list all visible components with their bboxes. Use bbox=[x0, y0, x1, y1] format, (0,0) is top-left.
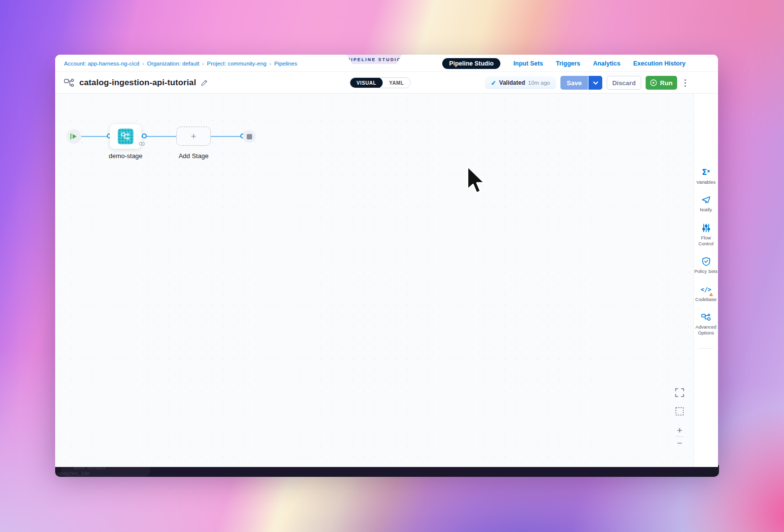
add-stage-label: Add Stage bbox=[159, 152, 228, 160]
zoom-out-button[interactable]: − bbox=[674, 437, 686, 449]
breadcrumb-separator: › bbox=[202, 61, 204, 66]
sidebar-item-label: Codebase bbox=[695, 297, 717, 302]
breadcrumb-separator: › bbox=[142, 61, 144, 66]
right-sidebar: Σˣ Variables Notify Flow Control bbox=[693, 94, 718, 467]
zoom-in-button[interactable]: + bbox=[674, 424, 686, 436]
sidebar-item-notify[interactable]: Notify bbox=[694, 195, 719, 213]
sidebar-item-label: Policy Sets bbox=[694, 268, 718, 274]
sigma-x-icon: Σˣ bbox=[702, 167, 710, 177]
sidebar-item-label: Variables bbox=[696, 179, 716, 185]
codebase-flame-badge bbox=[709, 293, 713, 296]
sidebar-item-label: Advanced Options bbox=[694, 324, 719, 336]
pipeline-end-node[interactable] bbox=[243, 130, 256, 143]
breadcrumb-account-link[interactable]: Account: app-harness-ng-cicd bbox=[64, 61, 139, 66]
stage-out-port[interactable] bbox=[142, 133, 147, 138]
plus-icon: + bbox=[191, 132, 196, 141]
pipeline-icon bbox=[64, 78, 75, 87]
shield-check-icon bbox=[702, 257, 710, 266]
page-title: catalog-ingestion-api-tutorial bbox=[79, 78, 196, 88]
breadcrumb-organization-link[interactable]: Organization: default bbox=[147, 61, 199, 66]
save-button[interactable]: Save bbox=[560, 76, 588, 90]
custom-stage-icon bbox=[118, 129, 133, 144]
pipeline-start-node[interactable] bbox=[66, 129, 81, 144]
more-options-menu[interactable] bbox=[682, 76, 688, 90]
stop-square-icon bbox=[247, 134, 252, 139]
pipeline-connector-line bbox=[74, 136, 249, 137]
title-bar: catalog-ingestion-api-tutorial VISUAL YA… bbox=[55, 72, 718, 94]
breadcrumb-pipelines-link[interactable]: Pipelines bbox=[274, 61, 297, 66]
tab-pipeline-studio[interactable]: Pipeline Studio bbox=[442, 58, 500, 69]
pipeline-canvas[interactable]: + demo-stage Add Stage + − bbox=[55, 94, 693, 467]
sidebar-item-policy-sets[interactable]: Policy Sets bbox=[694, 257, 719, 274]
paper-plane-icon bbox=[702, 195, 711, 205]
check-icon: ✓ bbox=[491, 79, 496, 87]
studio-nav-tabs: Pipeline Studio Input Sets Triggers Anal… bbox=[442, 55, 686, 72]
breadcrumb-project-link[interactable]: Project: community-eng bbox=[207, 61, 266, 66]
add-stage-button[interactable]: + bbox=[176, 127, 211, 146]
discard-button[interactable]: Discard bbox=[607, 76, 641, 90]
action-bar: ✓ Validated 10m ago Save Discard Run bbox=[485, 72, 688, 94]
sidebar-item-variables[interactable]: Σˣ Variables bbox=[694, 167, 719, 185]
sidebar-item-advanced-options[interactable]: Advanced Options bbox=[694, 312, 719, 336]
validated-time: 10m ago bbox=[528, 80, 550, 86]
sliders-icon bbox=[702, 223, 710, 233]
stage-node-demo-stage[interactable] bbox=[110, 124, 141, 149]
fullscreen-icon[interactable] bbox=[674, 387, 686, 399]
tab-triggers[interactable]: Triggers bbox=[556, 60, 580, 67]
divider bbox=[699, 348, 714, 349]
sidebar-item-label: Notify bbox=[700, 207, 712, 213]
run-button[interactable]: Run bbox=[646, 76, 677, 90]
breadcrumb: Account: app-harness-ng-cicd › Organizat… bbox=[64, 55, 297, 72]
edit-pencil-icon[interactable] bbox=[200, 79, 208, 87]
canvas-view-controls: + − bbox=[674, 387, 686, 449]
stage-link-icon bbox=[139, 142, 145, 146]
pipeline-gear-icon bbox=[701, 312, 711, 322]
tab-input-sets[interactable]: Input Sets bbox=[513, 60, 543, 67]
run-play-icon bbox=[650, 79, 657, 86]
sidebar-item-codebase[interactable]: </> Codebase bbox=[694, 285, 719, 302]
tab-analytics[interactable]: Analytics bbox=[593, 60, 621, 67]
stage-label: demo-stage bbox=[91, 152, 160, 160]
toggle-yaml[interactable]: YAML bbox=[383, 77, 410, 88]
visual-yaml-toggle: VISUAL YAML bbox=[350, 77, 411, 88]
pipeline-studio-window: Account: app-harness-ng-cicd › Organizat… bbox=[55, 55, 718, 467]
save-dropdown-button[interactable] bbox=[588, 76, 602, 90]
tab-execution-history[interactable]: Execution History bbox=[633, 60, 686, 67]
save-split-button: Save bbox=[560, 76, 602, 90]
toggle-visual[interactable]: VISUAL bbox=[350, 77, 383, 88]
chevron-down-icon bbox=[593, 81, 598, 85]
validated-label: Validated bbox=[499, 79, 525, 86]
start-play-icon bbox=[70, 133, 77, 139]
breadcrumb-separator: › bbox=[269, 61, 271, 66]
background-terminal-text: updates_ide bbox=[57, 471, 90, 477]
fit-to-screen-icon[interactable] bbox=[674, 405, 686, 417]
validation-status-badge: ✓ Validated 10m ago bbox=[485, 76, 556, 89]
sidebar-item-flow-control[interactable]: Flow Control bbox=[694, 223, 719, 247]
top-bar: Account: app-harness-ng-cicd › Organizat… bbox=[55, 55, 718, 72]
sidebar-item-label: Flow Control bbox=[694, 235, 719, 247]
code-icon: </> bbox=[701, 285, 712, 295]
pipeline-studio-ribbon: PIPELINE STUDIO bbox=[347, 55, 402, 64]
